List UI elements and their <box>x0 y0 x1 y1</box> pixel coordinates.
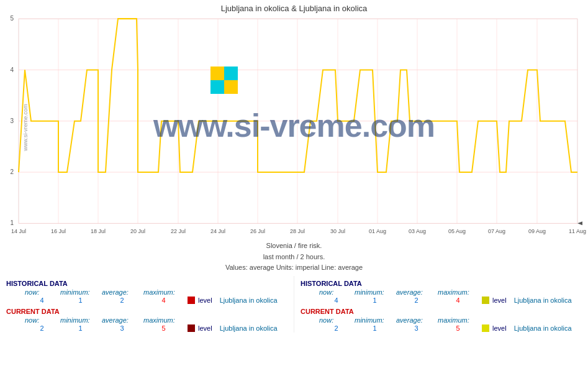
svg-text:11 Aug: 11 Aug <box>569 228 586 234</box>
val-max-4: 5 <box>438 324 478 332</box>
data-labels-row-4: now: minimum: average: maximum: <box>319 316 582 324</box>
data-labels-row-1: now: minimum: average: maximum: <box>25 288 287 296</box>
val-max-2: 5 <box>143 324 184 332</box>
label-min-2: minimum: <box>60 316 101 324</box>
label-max-3: maximum: <box>438 288 478 296</box>
level-label-4: level <box>492 324 507 332</box>
val-min-2: 1 <box>60 324 101 332</box>
val-avg-1: 2 <box>102 297 142 304</box>
station-name-3: Ljubljana in okolica <box>514 297 572 304</box>
level-icon-2 <box>188 324 195 332</box>
label-now-4: now: <box>319 316 353 324</box>
svg-text:09 Aug: 09 Aug <box>528 228 546 234</box>
val-max-3: 4 <box>438 297 478 304</box>
data-sections: HISTORICAL DATA now: minimum: average: m… <box>0 274 588 335</box>
label-avg-3: average: <box>396 288 436 296</box>
svg-text:14 Jul: 14 Jul <box>11 228 26 234</box>
label-now-2: now: <box>25 316 59 324</box>
svg-rect-45 <box>224 80 238 94</box>
val-avg-2: 3 <box>102 324 142 332</box>
label-max-1: maximum: <box>143 288 184 296</box>
label-min-1: minimum: <box>60 288 101 296</box>
label-avg-2: average: <box>102 316 142 324</box>
label-avg-4: average: <box>396 316 436 324</box>
svg-text:22 Jul: 22 Jul <box>171 228 186 234</box>
data-labels-row-3: now: minimum: average: maximum: <box>319 288 582 296</box>
historical-title-2: HISTORICAL DATA <box>301 280 582 287</box>
svg-text:3: 3 <box>10 117 14 124</box>
svg-text:07 Aug: 07 Aug <box>488 228 505 234</box>
left-data-block: HISTORICAL DATA now: minimum: average: m… <box>6 276 294 333</box>
label-max-2: maximum: <box>143 316 184 324</box>
chart-area: www.si-vreme.com 1 2 3 4 5 <box>0 16 588 239</box>
label-now-1: now: <box>25 288 59 296</box>
chart-title: Ljubljana in okolica & Ljubljana in okol… <box>0 0 588 16</box>
chart-svg: 1 2 3 4 5 14 Jul 16 Jul 18 Jul 20 Jul 22… <box>0 16 588 239</box>
svg-rect-44 <box>210 80 224 94</box>
level-icon-4 <box>482 324 489 332</box>
svg-text:2: 2 <box>10 168 14 175</box>
svg-text:28 Jul: 28 Jul <box>290 228 305 234</box>
svg-text:1: 1 <box>10 219 14 226</box>
svg-text:26 Jul: 26 Jul <box>250 228 265 234</box>
station-name-1: Ljubljana in okolica <box>220 297 278 304</box>
svg-text:01 Aug: 01 Aug <box>369 228 386 234</box>
svg-text:18 Jul: 18 Jul <box>91 228 106 234</box>
label-now-3: now: <box>319 288 353 296</box>
data-values-row-2: 2 1 3 5 level Ljubljana in okolica <box>25 324 287 332</box>
current-title-1: CURRENT DATA <box>6 308 287 315</box>
historical-title-1: HISTORICAL DATA <box>6 280 287 287</box>
data-values-row-1: 4 1 2 4 level Ljubljana in okolica <box>25 297 287 304</box>
chart-info: Slovenia / fire risk. last month / 2 hou… <box>0 241 588 274</box>
svg-text:30 Jul: 30 Jul <box>330 228 345 234</box>
current-title-2: CURRENT DATA <box>301 308 582 315</box>
svg-rect-42 <box>210 67 224 80</box>
data-labels-row-2: now: minimum: average: maximum: <box>25 316 287 324</box>
site-watermark-side: www.si-vreme.com <box>22 104 29 151</box>
level-label-2: level <box>198 324 212 332</box>
data-values-row-3: 4 1 2 4 level Ljubljana in okolica <box>319 297 582 304</box>
label-max-4: maximum: <box>438 316 478 324</box>
right-data-block: HISTORICAL DATA now: minimum: average: m… <box>294 276 582 333</box>
val-avg-4: 3 <box>396 324 436 332</box>
val-min-4: 1 <box>355 324 395 332</box>
svg-text:24 Jul: 24 Jul <box>210 228 225 234</box>
level-label-3: level <box>492 297 507 304</box>
val-now-3: 4 <box>319 297 353 304</box>
svg-text:4: 4 <box>10 66 14 73</box>
val-now-2: 2 <box>25 324 59 332</box>
val-max-1: 4 <box>143 297 184 304</box>
val-min-3: 1 <box>355 297 395 304</box>
label-avg-1: average: <box>102 288 142 296</box>
label-min-3: minimum: <box>355 288 395 296</box>
station-name-4: Ljubljana in okolica <box>514 324 572 332</box>
logo-icon <box>210 67 238 94</box>
svg-text:5: 5 <box>10 16 14 22</box>
val-now-4: 2 <box>319 324 353 332</box>
svg-text:05 Aug: 05 Aug <box>448 228 466 234</box>
level-icon-1 <box>188 297 195 304</box>
svg-rect-43 <box>224 67 238 80</box>
val-now-1: 4 <box>25 297 59 304</box>
data-values-row-4: 2 1 3 5 level Ljubljana in okolica <box>319 324 582 332</box>
level-icon-3 <box>482 297 489 304</box>
svg-marker-41 <box>577 221 582 225</box>
val-min-1: 1 <box>60 297 101 304</box>
svg-text:20 Jul: 20 Jul <box>130 228 145 234</box>
station-name-2: Ljubljana in okolica <box>220 324 278 332</box>
svg-text:16 Jul: 16 Jul <box>51 228 66 234</box>
label-min-4: minimum: <box>355 316 395 324</box>
val-avg-3: 2 <box>396 297 436 304</box>
svg-text:03 Aug: 03 Aug <box>409 228 426 234</box>
level-label-1: level <box>198 297 212 304</box>
